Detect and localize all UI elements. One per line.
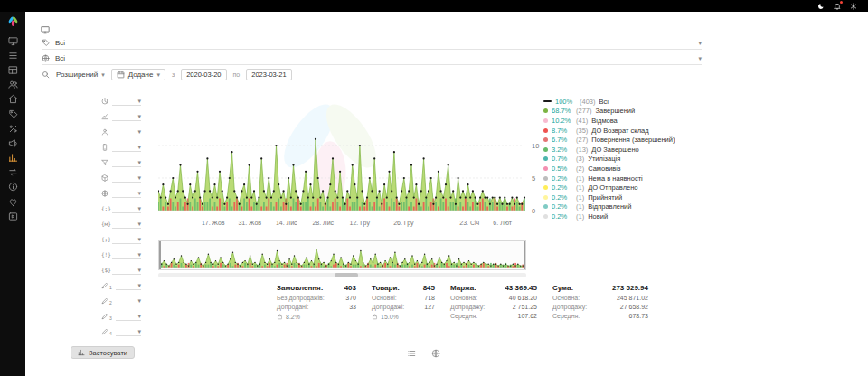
sidebar-item-statistics[interactable]	[8, 153, 18, 163]
legend-item[interactable]: 6.7%(27)Повернення (завершений)	[543, 135, 675, 145]
filter-select[interactable]: ▾	[112, 265, 141, 275]
filter-select[interactable]: ▾	[112, 249, 141, 259]
legend-item[interactable]: 8.7%(35)ДО Возврат склад	[543, 126, 675, 136]
scrollbar-thumb[interactable]	[335, 273, 358, 277]
dark-mode-icon[interactable]	[817, 3, 825, 10]
x-tick-label: 23. Січ	[453, 220, 486, 226]
sidebar-item-clients[interactable]	[8, 80, 18, 89]
x-tick-label: 6. Лют	[486, 220, 519, 226]
filter-row: ▾	[101, 139, 141, 155]
filter-select[interactable]: ▾	[112, 157, 141, 167]
summary-stats: Замовлення:403Без допродажів:370Допродан…	[277, 284, 648, 320]
orders-timeline-chart[interactable]	[158, 86, 529, 220]
filter-row: {!}▾	[101, 247, 141, 262]
custom-filter-row: 2▾	[101, 293, 141, 308]
legend-item[interactable]: 100%(403)Всі	[543, 97, 675, 107]
code-field-icon: {;}	[101, 236, 108, 243]
person-icon	[101, 128, 108, 136]
sidebar-item-info[interactable]	[8, 182, 18, 192]
legend-item[interactable]: 0.2%(1)Новий	[543, 212, 675, 221]
legend-item[interactable]: 68.7%(277)Завершений	[543, 107, 675, 117]
navigator-scrollbar[interactable]	[158, 273, 526, 277]
legend-label: Самовивіз	[588, 164, 620, 173]
mode-select[interactable]: Розширений ▾	[56, 70, 105, 79]
cube-icon	[101, 174, 108, 182]
sidebar-item-tags[interactable]	[8, 109, 18, 119]
globe-filter-icon	[42, 54, 50, 62]
legend-percent: 0.5%	[552, 164, 572, 173]
filter-select[interactable]: ▾	[116, 280, 141, 290]
geo-view-icon[interactable]	[431, 349, 440, 358]
x-tick-label: 17. Жов	[197, 220, 230, 226]
date-field-select[interactable]: Додане ▾	[111, 69, 165, 80]
notification-badge	[840, 1, 843, 4]
filter-select[interactable]: ▾	[112, 111, 141, 121]
legend-item[interactable]: 10.2%(41)Відмова	[543, 116, 675, 126]
sidebar-item-favorites[interactable]	[8, 197, 18, 207]
filter-row: ▾	[101, 93, 141, 108]
legend-count: (1)	[576, 183, 584, 192]
x-tick-label: 26. Гру	[387, 220, 420, 226]
filter-select[interactable]: ▾	[112, 173, 141, 183]
status-filter-select[interactable]: Всі ▾	[42, 36, 702, 50]
display-icon[interactable]	[41, 25, 50, 34]
legend-item[interactable]: 0.2%(1)ДО Отправлено	[543, 183, 675, 193]
sidebar-item-video-tutorials[interactable]	[8, 212, 18, 221]
legend-item[interactable]: 0.2%(1)Відправлений	[543, 202, 675, 212]
legend-label: Відмова	[591, 117, 617, 125]
date-from-input[interactable]: 2020-03-20	[181, 69, 226, 80]
custom-field-icon	[101, 297, 108, 305]
legend-dot-marker	[543, 147, 548, 152]
chevron-down-icon: ▾	[698, 40, 702, 46]
app-logo[interactable]	[7, 15, 19, 27]
filter-select[interactable]: ▾	[112, 142, 141, 152]
filter-select[interactable]: ▾	[112, 127, 141, 136]
holiday-mode-icon[interactable]	[850, 3, 857, 10]
summary-table-icon[interactable]	[407, 349, 416, 358]
filter-select[interactable]: ▾	[112, 219, 141, 229]
legend-item[interactable]: 0.2%(1)Прийнятий	[543, 193, 675, 202]
chevron-down-icon: ▾	[137, 205, 141, 212]
source-filter-select[interactable]: Всі ▾	[42, 52, 702, 65]
filter-select[interactable]: ▾	[112, 96, 141, 106]
view-toggles	[407, 349, 440, 358]
notifications-icon[interactable]	[834, 3, 841, 10]
search-icon[interactable]	[42, 70, 50, 79]
custom-field-icon	[101, 328, 108, 335]
chevron-down-icon: ▾	[137, 113, 141, 119]
legend-label: Всі	[599, 98, 609, 106]
legend-item[interactable]: 3.2%(13)ДО Завершено	[543, 145, 675, 155]
tags-filter-icon	[42, 39, 50, 47]
filter-select[interactable]: ▾	[112, 188, 141, 198]
legend-item[interactable]: 0.7%(3)Утилізація	[543, 155, 675, 164]
sidebar-item-integrations[interactable]	[8, 167, 18, 177]
legend-item[interactable]: 0.5%(2)Самовивіз	[543, 164, 675, 174]
filter-select[interactable]: ▾	[116, 326, 141, 336]
y-tick-label: 5	[532, 174, 535, 183]
legend-percent: 0.2%	[552, 202, 572, 211]
sidebar-item-discounts[interactable]	[8, 124, 18, 134]
sidebar	[0, 12, 25, 376]
sidebar-item-shop[interactable]	[8, 94, 18, 104]
filter-select[interactable]: ▾	[112, 203, 141, 213]
legend-dot-marker	[543, 128, 548, 133]
sidebar-item-dashboard[interactable]	[8, 36, 18, 46]
to-label: по	[233, 71, 241, 78]
code-field-icon: {м}	[101, 221, 108, 228]
sidebar-item-marketing[interactable]	[8, 138, 18, 148]
apply-filters-button[interactable]: Застосувати	[71, 346, 135, 359]
chevron-down-icon: ▾	[156, 71, 160, 78]
legend-count: (41)	[576, 117, 588, 125]
legend-count: (27)	[576, 136, 588, 144]
from-label: з	[172, 71, 175, 78]
filter-row: {$}▾	[101, 262, 141, 277]
filter-select[interactable]: ▾	[112, 234, 141, 244]
sidebar-item-products[interactable]	[8, 65, 18, 75]
sidebar-item-orders[interactable]	[8, 51, 18, 61]
chart-navigator[interactable]	[158, 240, 526, 270]
filter-select[interactable]: ▾	[116, 296, 141, 306]
filter-select[interactable]: ▾	[116, 311, 141, 321]
legend-item[interactable]: 0.2%(1)Нема в наявності	[543, 174, 675, 183]
stat-title: Замовлення:	[277, 284, 323, 292]
date-to-input[interactable]: 2023-03-21	[246, 69, 291, 80]
